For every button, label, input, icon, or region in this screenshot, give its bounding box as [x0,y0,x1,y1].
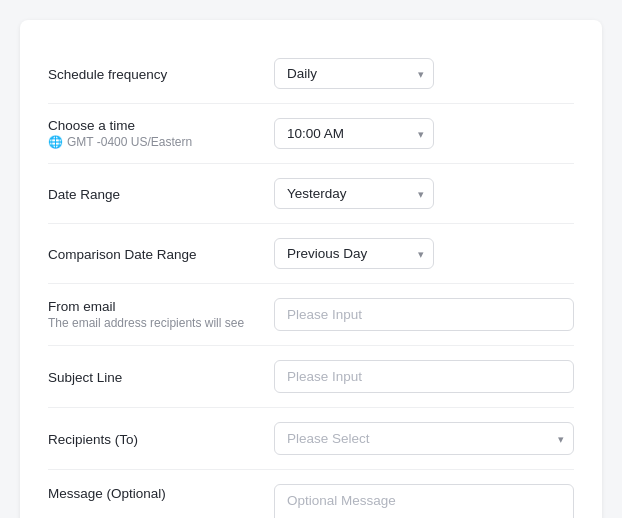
choose-time-select-wrapper: 10:00 AM 9:00 AM 11:00 AM 12:00 PM ▾ [274,118,434,149]
choose-time-select[interactable]: 10:00 AM 9:00 AM 11:00 AM 12:00 PM [274,118,434,149]
recipients-select-wrapper: Please Select ▾ [274,422,574,455]
subject-line-label: Subject Line [48,368,258,386]
comparison-date-range-label: Comparison Date Range [48,245,258,263]
comparison-date-range-control: Previous Day Previous Week Previous Mont… [274,238,574,269]
form-card: Schedule frequency Daily Weekly Monthly … [20,20,602,518]
from-email-control [274,298,574,331]
choose-time-row: Choose a time 🌐 GMT -0400 US/Eastern 10:… [48,104,574,164]
message-row: Message (Optional) [48,470,574,518]
schedule-frequency-row: Schedule frequency Daily Weekly Monthly … [48,44,574,104]
comparison-date-range-row: Comparison Date Range Previous Day Previ… [48,224,574,284]
date-range-row: Date Range Yesterday Last 7 Days Last 30… [48,164,574,224]
from-email-label-col: From email The email address recipients … [48,299,258,330]
message-label: Message (Optional) [48,484,258,502]
subject-line-input[interactable] [274,360,574,393]
globe-icon: 🌐 [48,135,63,149]
comparison-date-range-select-wrapper: Previous Day Previous Week Previous Mont… [274,238,434,269]
recipients-label: Recipients (To) [48,430,258,448]
date-range-label: Date Range [48,185,258,203]
recipients-row: Recipients (To) Please Select ▾ [48,408,574,470]
subject-line-row: Subject Line [48,346,574,408]
choose-time-label-col: Choose a time 🌐 GMT -0400 US/Eastern [48,118,258,149]
schedule-frequency-control: Daily Weekly Monthly ▾ [274,58,574,89]
date-range-select[interactable]: Yesterday Last 7 Days Last 30 Days [274,178,434,209]
date-range-select-wrapper: Yesterday Last 7 Days Last 30 Days ▾ [274,178,434,209]
message-textarea[interactable] [274,484,574,518]
recipients-control: Please Select ▾ [274,422,574,455]
schedule-frequency-label: Schedule frequency [48,65,258,83]
message-control [274,484,574,518]
date-range-control: Yesterday Last 7 Days Last 30 Days ▾ [274,178,574,209]
recipients-select[interactable]: Please Select [274,422,574,455]
schedule-frequency-select-wrapper: Daily Weekly Monthly ▾ [274,58,434,89]
from-email-input[interactable] [274,298,574,331]
comparison-date-range-select[interactable]: Previous Day Previous Week Previous Mont… [274,238,434,269]
choose-time-control: 10:00 AM 9:00 AM 11:00 AM 12:00 PM ▾ [274,118,574,149]
from-email-row: From email The email address recipients … [48,284,574,346]
schedule-frequency-select[interactable]: Daily Weekly Monthly [274,58,434,89]
subject-line-control [274,360,574,393]
